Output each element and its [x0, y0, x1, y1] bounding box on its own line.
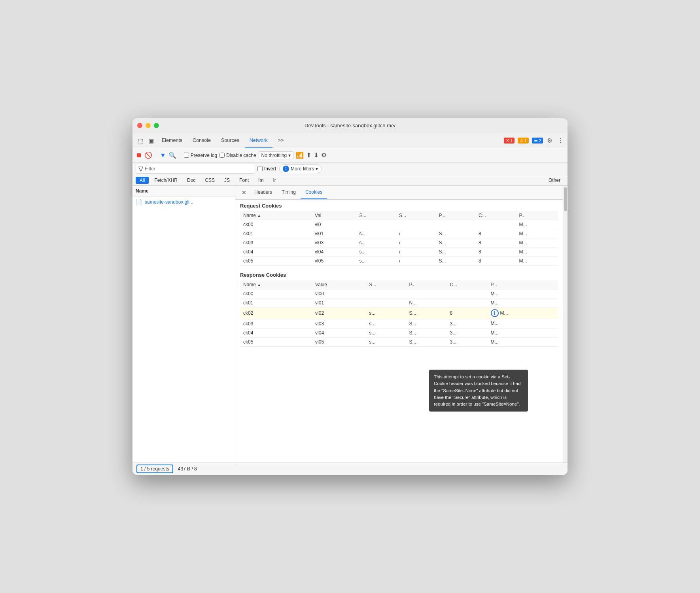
scrollbar[interactable]	[563, 186, 568, 463]
type-filter-tabs: All Fetch/XHR Doc CSS JS Font Im Ir Othe…	[132, 175, 568, 186]
traffic-lights	[137, 123, 159, 128]
download-icon[interactable]: ⬇	[314, 151, 319, 159]
tab-console[interactable]: Console	[188, 133, 216, 148]
titlebar: DevTools - samesite-sandbox.glitch.me/	[132, 118, 568, 133]
cursor-icon[interactable]: ⬚	[136, 138, 146, 144]
request-cookies-title: Request Cookies	[240, 203, 558, 209]
col-name[interactable]: Name ▲	[240, 211, 312, 220]
col-p[interactable]: P...	[436, 211, 476, 220]
type-tab-img[interactable]: Im	[254, 177, 267, 184]
browser-window: DevTools - samesite-sandbox.glitch.me/ ⬚…	[132, 118, 568, 475]
more-filters-badge: 1	[283, 166, 289, 172]
tab-sources[interactable]: Sources	[216, 133, 244, 148]
resp-col-c[interactable]: C...	[447, 280, 488, 289]
size-info: 437 B / 8	[178, 466, 197, 472]
resp-col-p2[interactable]: P...	[488, 280, 558, 289]
close-button[interactable]	[137, 123, 142, 128]
col-s2[interactable]: S...	[396, 211, 436, 220]
filter-input[interactable]	[145, 166, 252, 172]
disable-cache-checkbox[interactable]: Disable cache	[219, 153, 256, 158]
filter-input-wrap: ▽	[136, 164, 254, 174]
table-row[interactable]: ck00vl00M...	[240, 289, 558, 298]
settings-icon[interactable]: ⚙	[546, 136, 553, 145]
sort-arrow-icon: ▲	[257, 213, 261, 218]
col-value[interactable]: Val	[312, 211, 356, 220]
document-icon: 📄	[136, 199, 142, 205]
minimize-button[interactable]	[146, 123, 151, 128]
table-row[interactable]: ck03vl03s...S...3...M...	[240, 319, 558, 328]
type-tab-all[interactable]: All	[136, 177, 149, 184]
type-tab-css[interactable]: CSS	[201, 177, 219, 184]
table-row[interactable]: ck04vl04s...S...3...M...	[240, 328, 558, 337]
network-toolbar: ⏹ 🚫 ▼ 🔍 Preserve log Disable cache No th…	[132, 148, 568, 162]
requests-count-badge: 1 / 5 requests	[136, 465, 173, 473]
col-s1[interactable]: S...	[356, 211, 396, 220]
device-icon[interactable]: ▣	[146, 138, 156, 144]
resp-col-name[interactable]: Name ▲	[240, 280, 312, 289]
info-icon[interactable]: ℹ	[491, 309, 499, 317]
table-row[interactable]: ck04vl04s.../S...8M...	[240, 247, 558, 257]
info-badge: ☰ 2	[532, 138, 543, 144]
response-cookies-title: Response Cookies	[240, 272, 558, 278]
col-c[interactable]: C...	[475, 211, 516, 220]
type-tab-font[interactable]: Font	[235, 177, 253, 184]
request-item[interactable]: 📄 samesite-sandbox.gli...	[132, 196, 235, 208]
window-title: DevTools - samesite-sandbox.glitch.me/	[305, 123, 395, 128]
table-row[interactable]: ck00vl0M...	[240, 220, 558, 229]
filter-icon[interactable]: ▼	[160, 152, 166, 159]
filter-funnel-icon: ▽	[138, 165, 143, 172]
type-tab-other[interactable]: Other	[545, 177, 564, 184]
tab-network[interactable]: Network	[245, 133, 272, 148]
preserve-log-checkbox[interactable]: Preserve log	[184, 153, 217, 158]
devtools-panel: ⬚ ▣ Elements Console Sources Network >> …	[132, 133, 568, 475]
tab-more[interactable]: >>	[273, 133, 289, 148]
invert-input[interactable]	[257, 166, 263, 171]
preserve-log-input[interactable]	[184, 153, 189, 158]
separator2	[180, 151, 180, 159]
tab-elements[interactable]: Elements	[157, 133, 187, 148]
clear-button[interactable]: 🚫	[144, 151, 152, 159]
table-row[interactable]: ck01vl01N...M...	[240, 298, 558, 308]
detail-tab-headers[interactable]: Headers	[250, 186, 277, 199]
error-badge: ✕ 1	[504, 138, 515, 144]
main-content: Name 📄 samesite-sandbox.gli... ✕ Headers…	[132, 186, 568, 463]
resp-col-s[interactable]: S...	[366, 280, 406, 289]
network-settings-icon[interactable]: ⚙	[321, 151, 327, 159]
scrollbar-thumb[interactable]	[564, 187, 567, 211]
more-options-icon[interactable]: ⋮	[556, 136, 564, 145]
warning-badge: ⚠ 1	[518, 138, 529, 144]
cookie-tooltip: This attempt to set a cookie via a Set-C…	[429, 370, 528, 412]
table-row[interactable]: ck03vl03s.../S...8M...	[240, 238, 558, 247]
invert-checkbox[interactable]: Invert	[257, 166, 276, 172]
separator	[156, 151, 156, 159]
table-row[interactable]: ck01vl01s.../S...8M...	[240, 229, 558, 238]
col-p2[interactable]: P...	[516, 211, 558, 220]
more-filters-button[interactable]: 1 More filters ▾	[279, 164, 322, 173]
chevron-down-icon: ▾	[288, 153, 291, 158]
throttling-selector[interactable]: No throttling ▾	[259, 151, 294, 159]
type-tab-ir[interactable]: Ir	[269, 177, 280, 184]
resp-sort-arrow-icon: ▲	[257, 283, 261, 287]
detail-tab-timing[interactable]: Timing	[277, 186, 301, 199]
search-icon[interactable]: 🔍	[168, 151, 176, 159]
status-bar: 1 / 5 requests 437 B / 8	[132, 463, 568, 475]
requests-header: Name	[132, 186, 235, 196]
type-tab-doc[interactable]: Doc	[183, 177, 199, 184]
close-detail-button[interactable]: ✕	[238, 187, 250, 198]
table-row[interactable]: ck05vl05s...S...3...M...	[240, 337, 558, 346]
stop-recording-button[interactable]: ⏹	[136, 152, 142, 159]
resp-col-value[interactable]: Value	[312, 280, 366, 289]
maximize-button[interactable]	[154, 123, 159, 128]
filter-bar: ▽ Invert 1 More filters ▾	[132, 162, 568, 175]
upload-icon[interactable]: ⬆	[306, 151, 311, 159]
type-tab-fetchxhr[interactable]: Fetch/XHR	[150, 177, 182, 184]
disable-cache-input[interactable]	[219, 153, 225, 158]
table-row-highlighted[interactable]: ck02vl02s...S...8 ℹ M...	[240, 308, 558, 319]
wifi-icon[interactable]: 📶	[296, 151, 304, 159]
type-tab-js[interactable]: JS	[220, 177, 234, 184]
resp-col-p[interactable]: P...	[406, 280, 446, 289]
top-nav-right: ✕ 1 ⚠ 1 ☰ 2 ⚙ ⋮	[504, 136, 564, 145]
detail-tab-cookies[interactable]: Cookies	[301, 186, 327, 199]
table-row[interactable]: ck05vl05s.../S...8M...	[240, 257, 558, 266]
top-nav: ⬚ ▣ Elements Console Sources Network >> …	[132, 133, 568, 148]
